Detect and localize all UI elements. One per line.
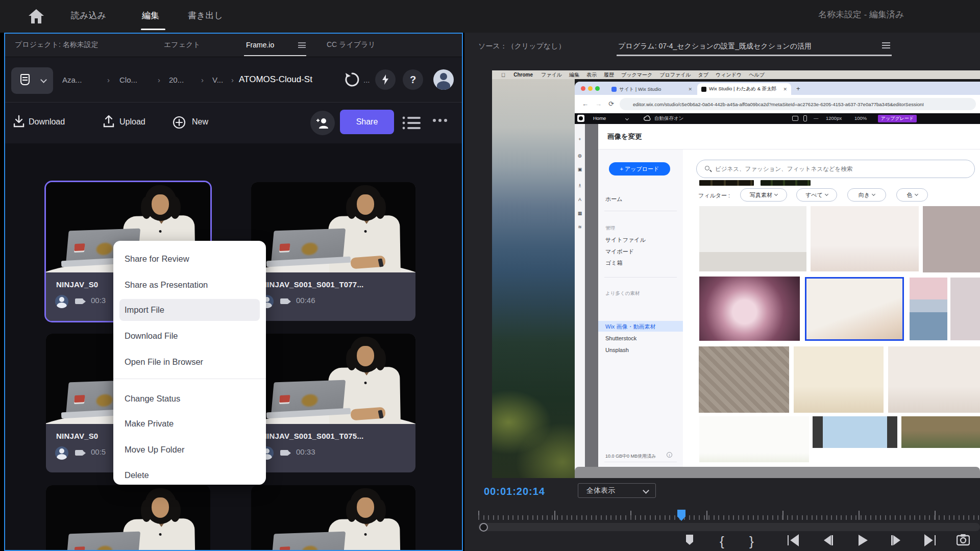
share-button[interactable]: Share [340, 110, 394, 134]
asset-card[interactable]: NINJAV_S001_S001_T077... 00:46 [251, 182, 415, 321]
mark-out-icon[interactable]: } [749, 534, 754, 549]
tool-icon[interactable]: ◍ [577, 153, 582, 158]
wix-home-button[interactable]: Home [593, 115, 606, 121]
tool-icon[interactable]: A [577, 197, 582, 202]
play-icon[interactable] [856, 534, 869, 547]
filter-color[interactable]: 色 [896, 188, 928, 202]
wix-studio-logo[interactable] [577, 115, 584, 122]
recent-media-strip[interactable] [699, 180, 754, 186]
asset-card[interactable]: NINJAV_S001_S001_T073... [251, 485, 415, 551]
breadcrumb-item[interactable]: Aza... [62, 57, 82, 102]
reload-icon[interactable]: ⟳ [608, 100, 614, 108]
menu-item[interactable]: Make Private [119, 413, 260, 435]
panel-menu-icon[interactable] [298, 42, 306, 48]
photo-thumbnail[interactable] [910, 278, 947, 340]
filter-photo-type[interactable]: 写真素材 [740, 188, 787, 202]
filter-orientation[interactable]: 向き [847, 188, 886, 202]
go-to-out-icon[interactable] [923, 534, 938, 547]
step-back-icon[interactable] [822, 534, 834, 547]
new-button[interactable]: New [192, 117, 208, 127]
upload-button[interactable]: Upload [119, 117, 145, 127]
add-marker-icon[interactable] [684, 534, 695, 547]
sidebar-item-sitefiles[interactable]: サイトファイル [605, 236, 646, 244]
program-menu-icon[interactable] [882, 42, 890, 48]
photo-thumbnail[interactable] [901, 416, 980, 448]
timecode[interactable]: 00:01:20:14 [484, 486, 545, 497]
tab-project[interactable]: プロジェクト: 名称未設定 [15, 34, 99, 56]
tab-import[interactable]: 読み込み [71, 0, 106, 31]
photo-thumbnail[interactable] [923, 206, 980, 272]
media-search-input[interactable]: ビジネス、ファッション、フィットネスなどを検索 [696, 160, 975, 178]
filter-all[interactable]: すべて [796, 188, 837, 202]
photo-thumbnail[interactable] [699, 416, 809, 462]
tab-edit[interactable]: 編集 [142, 0, 159, 31]
sidebar-item-unsplash[interactable]: Unsplash [605, 347, 629, 353]
desktop-view-icon[interactable] [792, 116, 798, 121]
lightning-button[interactable] [375, 69, 396, 90]
photo-thumbnail[interactable] [811, 206, 919, 271]
menu-item[interactable]: Change Status [119, 388, 260, 410]
breadcrumb-item[interactable]: Clo... [119, 57, 137, 102]
tab-effects[interactable]: エフェクト [164, 34, 201, 56]
info-icon[interactable]: i [667, 452, 672, 458]
photo-thumbnail[interactable] [699, 277, 800, 341]
photo-thumbnail[interactable] [888, 346, 980, 413]
breadcrumb-item[interactable]: V... [212, 57, 223, 102]
tool-icon[interactable]: ♗ [577, 183, 582, 188]
photo-thumbnail[interactable] [813, 416, 897, 448]
menu-item[interactable]: Move Up Folder [119, 439, 260, 461]
tool-icon[interactable]: ≋ [577, 224, 582, 230]
upload-media-button[interactable]: + アップロード [609, 162, 670, 176]
menu-item[interactable]: Delete [119, 464, 260, 486]
more-options-icon[interactable] [433, 119, 447, 122]
list-view-icon[interactable] [402, 116, 422, 130]
download-button[interactable]: Download [29, 117, 65, 127]
upgrade-button[interactable]: アップグレード [878, 115, 917, 122]
tab-frameio[interactable]: Frame.io [246, 34, 274, 56]
sidebar-item-boards[interactable]: マイボード [605, 248, 634, 256]
sidebar-item-trash[interactable]: ゴミ箱 [605, 259, 623, 267]
add-person-button[interactable] [310, 111, 335, 135]
photo-thumbnail[interactable] [950, 278, 980, 340]
menu-item[interactable]: Share for Review [119, 248, 260, 270]
url-bar[interactable]: editor.wix.com/studio/c5e0b6a2-0a04-442b… [620, 98, 976, 110]
refresh-icon[interactable] [343, 70, 361, 89]
go-to-in-icon[interactable] [785, 534, 800, 547]
menu-item[interactable]: Share as Presentation [119, 274, 260, 296]
sidebar-item-shutterstock[interactable]: Shutterstock [605, 335, 636, 341]
asset-card[interactable]: NINJAV_S001_S001_T075... 00:33 [251, 334, 415, 472]
tool-icon[interactable]: ▣ [577, 167, 582, 172]
canvas-width-select[interactable]: 1200px [826, 115, 842, 121]
forward-icon[interactable]: → [595, 100, 602, 108]
tab-export[interactable]: 書き出し [188, 0, 223, 31]
tool-icon[interactable]: ▦ [577, 211, 582, 216]
avatar[interactable] [433, 69, 454, 90]
recent-media-strip[interactable] [761, 180, 811, 186]
zoom-select[interactable]: 全体表示 [578, 483, 656, 498]
tab-cc-libraries[interactable]: CC ライブラリ [327, 34, 376, 56]
close-tab-icon[interactable]: ✕ [783, 87, 787, 92]
scrollbar-handle[interactable] [479, 523, 488, 532]
photo-thumbnail[interactable] [794, 346, 884, 413]
tab-program-monitor[interactable]: プログラム: 07-4_セクションの設置_既成セクションの活用 [618, 42, 812, 51]
zoom-select[interactable]: 100% [854, 115, 867, 121]
timeline-scrollbar[interactable] [478, 523, 980, 531]
export-frame-icon[interactable] [957, 534, 970, 546]
breadcrumb-item[interactable]: 20... [169, 57, 184, 102]
mobile-view-icon[interactable] [803, 115, 807, 121]
add-element-icon[interactable]: + [577, 137, 582, 142]
menu-item[interactable]: Open File in Browser [119, 351, 260, 373]
photo-thumbnail-selected[interactable] [805, 277, 904, 341]
mark-in-icon[interactable]: { [720, 534, 724, 549]
new-tab-icon[interactable]: + [796, 85, 800, 92]
sidebar-item-home[interactable]: ホーム [605, 195, 623, 203]
asset-card[interactable]: NINJAV_S001_S001_T074... [46, 485, 210, 551]
frameio-account-button[interactable] [11, 67, 53, 94]
tab-source-monitor[interactable]: ソース：（クリップなし） [478, 42, 566, 51]
menu-item[interactable]: Import File [119, 299, 260, 321]
photo-thumbnail[interactable] [699, 346, 789, 413]
step-forward-icon[interactable] [890, 534, 902, 547]
home-icon[interactable] [28, 8, 45, 24]
back-icon[interactable]: ← [582, 100, 589, 108]
menu-item[interactable]: Download File [119, 325, 260, 347]
